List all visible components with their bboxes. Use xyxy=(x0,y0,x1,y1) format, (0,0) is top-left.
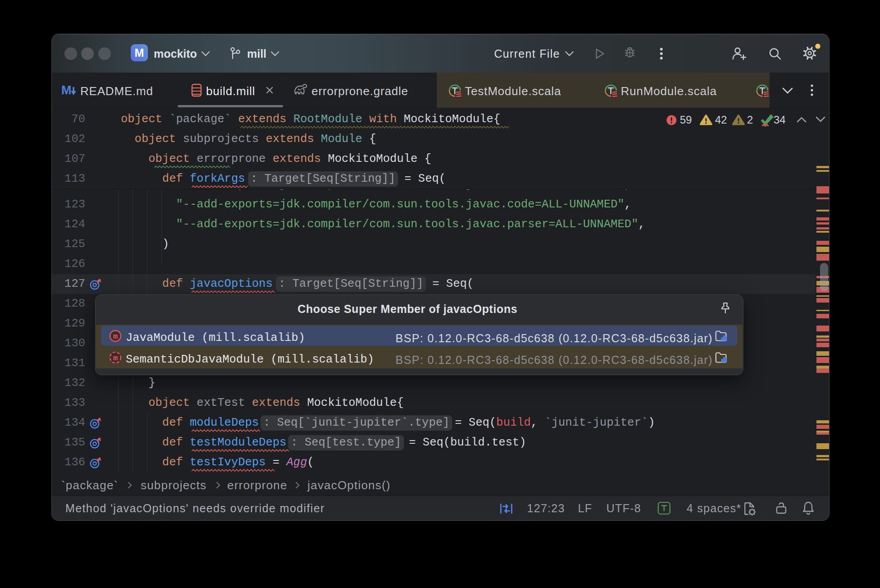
svg-text:m: m xyxy=(113,354,118,363)
svg-text:m: m xyxy=(113,332,118,341)
